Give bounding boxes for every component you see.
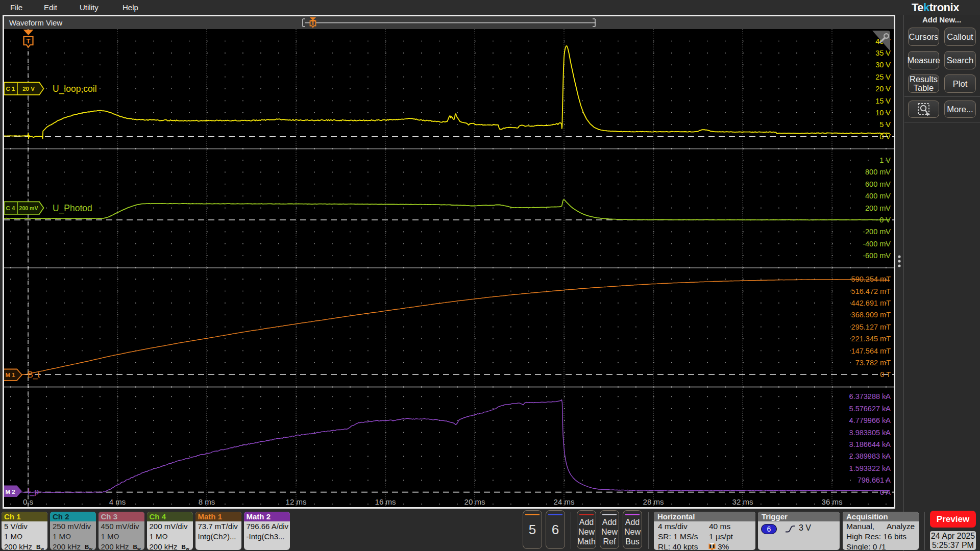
svg-text:295.127 mT: 295.127 mT — [851, 323, 891, 331]
svg-text:T: T — [311, 18, 315, 27]
svg-text:20 V: 20 V — [22, 86, 35, 92]
svg-text:0 T: 0 T — [880, 370, 891, 379]
svg-text:8 ms: 8 ms — [199, 497, 215, 506]
svg-text:T: T — [710, 543, 715, 550]
svg-text:3.983305 kA: 3.983305 kA — [849, 429, 891, 437]
svg-text:400 mV: 400 mV — [865, 192, 891, 200]
svg-text:-600 mV: -600 mV — [863, 252, 891, 260]
svg-text:C 1: C 1 — [6, 86, 16, 92]
svg-text:0 s: 0 s — [23, 497, 33, 506]
svg-text:T: T — [27, 37, 31, 45]
svg-text:15 V: 15 V — [875, 97, 891, 105]
svg-text:200 mV: 200 mV — [19, 205, 38, 211]
svg-text:28 ms: 28 ms — [643, 497, 664, 506]
svg-text:796.661 A: 796.661 A — [857, 476, 891, 484]
svg-text:32 ms: 32 ms — [732, 497, 753, 506]
svg-text:I_p: I_p — [28, 487, 39, 496]
svg-text:5.576627 kA: 5.576627 kA — [849, 405, 891, 413]
svg-text:24 ms: 24 ms — [554, 497, 575, 506]
svg-text:73.782 mT: 73.782 mT — [855, 359, 891, 367]
svg-text:12 ms: 12 ms — [286, 497, 307, 506]
svg-text:16 ms: 16 ms — [375, 497, 396, 506]
svg-text:516.472 mT: 516.472 mT — [851, 287, 891, 295]
svg-text:368.909 mT: 368.909 mT — [851, 311, 891, 319]
svg-text:20 V: 20 V — [875, 85, 891, 93]
svg-text:800 mV: 800 mV — [865, 168, 891, 176]
svg-text:442.691 mT: 442.691 mT — [851, 299, 891, 307]
svg-text:M 2: M 2 — [5, 489, 15, 495]
svg-text:36 ms: 36 ms — [822, 497, 843, 506]
svg-text:10 V: 10 V — [875, 109, 891, 117]
svg-text:20 ms: 20 ms — [464, 497, 485, 506]
svg-text:C 4: C 4 — [6, 205, 16, 211]
svg-text:1.593322 kA: 1.593322 kA — [849, 464, 891, 472]
svg-text:-200 mV: -200 mV — [863, 228, 891, 236]
svg-text:B_t: B_t — [28, 370, 40, 380]
svg-text:U_loop,coil: U_loop,coil — [53, 84, 97, 94]
svg-text:1 V: 1 V — [879, 156, 891, 164]
svg-text:147.564 mT: 147.564 mT — [851, 347, 891, 355]
svg-text:0 A: 0 A — [880, 488, 891, 496]
svg-text:35 V: 35 V — [875, 49, 891, 57]
svg-text:M 1: M 1 — [5, 372, 15, 378]
svg-text:4.779966 kA: 4.779966 kA — [849, 416, 891, 424]
svg-text:-400 mV: -400 mV — [863, 240, 891, 248]
svg-text:200 mV: 200 mV — [865, 204, 891, 212]
svg-text:221.345 mT: 221.345 mT — [851, 335, 891, 343]
svg-text:590.254 mT: 590.254 mT — [851, 275, 891, 283]
svg-text:25 V: 25 V — [875, 73, 891, 81]
svg-text:4 ms: 4 ms — [109, 497, 126, 506]
svg-text:6.373288 kA: 6.373288 kA — [849, 392, 891, 400]
svg-text:600 mV: 600 mV — [865, 180, 891, 188]
svg-text:30 V: 30 V — [875, 61, 891, 69]
svg-text:3.186644 kA: 3.186644 kA — [849, 440, 891, 448]
svg-text:2.389983 kA: 2.389983 kA — [849, 452, 891, 460]
svg-text:U_Photod: U_Photod — [53, 203, 92, 214]
svg-text:5 V: 5 V — [879, 120, 891, 129]
